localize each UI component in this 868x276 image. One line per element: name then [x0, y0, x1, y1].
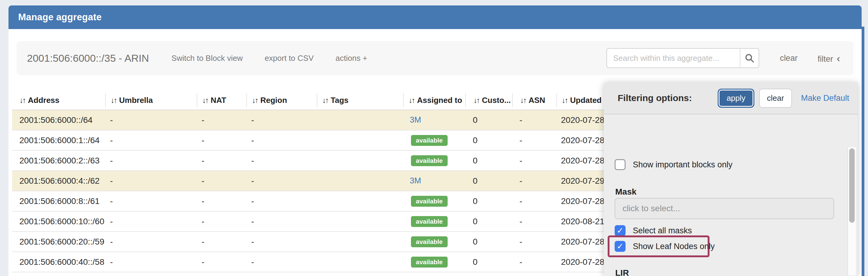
clear-button[interactable]: clear	[759, 89, 792, 108]
umbrella-cell: -	[105, 171, 197, 191]
filter-panel-header: Filtering options: apply clear Make Defa…	[604, 82, 858, 114]
asn-cell: -	[512, 171, 556, 191]
assigned-link[interactable]: 3M	[408, 115, 421, 125]
tags-cell	[317, 232, 403, 251]
sort-icon: ↓↑	[202, 96, 208, 105]
assigned-to-cell: 3M	[403, 171, 465, 191]
region-cell: -	[246, 151, 317, 170]
show-important-blocks-checkbox[interactable]	[615, 159, 625, 170]
umbrella-cell: -	[105, 232, 197, 251]
show-important-blocks-row: Show important blocks only	[615, 159, 733, 170]
region-cell: -	[246, 232, 317, 251]
nat-cell: -	[197, 191, 246, 211]
sort-icon: ↓↑	[252, 96, 258, 105]
customers-cell: 0	[465, 110, 512, 130]
umbrella-cell: -	[105, 252, 197, 272]
address-cell: 2001:506:6000:1::/64	[12, 131, 105, 150]
lir-section-label: LIR	[615, 268, 629, 276]
customers-cell: 0	[465, 232, 512, 251]
nat-cell: -	[197, 151, 246, 170]
filtering-options-panel: Filtering options: apply clear Make Defa…	[604, 82, 858, 276]
column-header-region[interactable]: ↓↑Region	[246, 93, 317, 107]
available-badge: available	[411, 135, 447, 146]
assigned-to-cell: available	[403, 151, 465, 170]
address-cell: 2001:506:6000:4::/62	[12, 171, 105, 191]
tags-cell	[317, 171, 403, 191]
customers-cell: 0	[465, 131, 512, 150]
assigned-to-cell: available	[403, 191, 465, 211]
available-badge: available	[411, 236, 447, 247]
region-cell: -	[246, 211, 317, 231]
region-cell: -	[246, 110, 317, 130]
assigned-link[interactable]: 3M	[408, 176, 421, 185]
sort-icon: ↓↑	[111, 96, 116, 105]
select-all-masks-checkbox[interactable]: ✓	[615, 225, 625, 236]
asn-cell: -	[512, 110, 556, 130]
show-leaf-nodes-row: ✓ Show Leaf Nodes only	[615, 241, 715, 252]
column-header-assigned-to[interactable]: ↓↑Assigned to	[403, 93, 465, 107]
mask-section-label: Mask	[615, 187, 637, 197]
assigned-to-cell: 3M	[403, 110, 465, 130]
column-header-address[interactable]: ↓↑Address	[12, 93, 105, 107]
page-title: Manage aggregate	[18, 12, 101, 23]
address-cell: 2001:506:6000::/64	[12, 110, 105, 130]
window-titlebar: Manage aggregate	[8, 5, 862, 29]
sort-icon: ↓↑	[322, 96, 328, 105]
nat-cell: -	[197, 252, 246, 272]
apply-button[interactable]: apply	[718, 89, 754, 108]
show-leaf-nodes-label: Show Leaf Nodes only	[633, 242, 715, 251]
filter-toggle-link[interactable]: filter‹	[818, 53, 840, 64]
panel-scrollbar-thumb[interactable]	[849, 148, 855, 223]
region-cell: -	[246, 191, 317, 211]
panel-scrollbar[interactable]	[847, 147, 856, 275]
column-header-tags[interactable]: ↓↑Tags	[317, 93, 403, 107]
select-all-masks-row: ✓ Select all masks	[615, 225, 692, 236]
switch-to-block-view-link[interactable]: Switch to Block view	[172, 54, 243, 63]
tags-cell	[317, 211, 403, 231]
assigned-to-cell: available	[403, 232, 465, 251]
sort-icon: ↓↑	[408, 96, 414, 105]
asn-cell: -	[512, 211, 556, 231]
region-cell: -	[246, 171, 317, 191]
assigned-to-cell: available	[403, 252, 465, 272]
umbrella-cell: -	[105, 211, 197, 231]
tags-cell	[317, 191, 403, 211]
tags-cell	[317, 110, 403, 130]
filter-panel-title: Filtering options:	[618, 93, 718, 103]
column-header-umbrella[interactable]: ↓↑Umbrella	[105, 93, 197, 107]
asn-cell: -	[512, 191, 556, 211]
umbrella-cell: -	[105, 151, 197, 170]
asn-cell: -	[512, 232, 556, 251]
show-important-blocks-label: Show important blocks only	[633, 160, 733, 170]
asn-cell: -	[512, 131, 556, 150]
select-all-masks-label: Select all masks	[633, 226, 692, 236]
show-leaf-nodes-checkbox[interactable]: ✓	[615, 241, 625, 252]
column-header-asn[interactable]: ↓↑ASN	[512, 93, 556, 107]
sort-icon: ↓↑	[20, 96, 25, 105]
nat-cell: -	[197, 211, 246, 231]
search-input[interactable]	[607, 48, 740, 68]
sort-icon: ↓↑	[562, 96, 567, 105]
search-group	[607, 48, 759, 68]
asn-cell: -	[512, 252, 556, 272]
address-cell: 2001:506:6000:2::/63	[12, 151, 105, 170]
search-button[interactable]	[740, 48, 759, 68]
export-to-csv-link[interactable]: export to CSV	[265, 54, 314, 63]
make-default-link[interactable]: Make Default	[801, 94, 849, 103]
address-cell: 2001:506:6000:10::/60	[12, 211, 105, 231]
mask-select-placeholder: click to select...	[622, 204, 680, 213]
available-badge: available	[411, 216, 447, 227]
tags-cell	[317, 131, 403, 150]
customers-cell: 0	[465, 252, 512, 272]
aggregate-toolbar: 2001:506:6000::/35 - ARIN Switch to Bloc…	[17, 41, 854, 75]
customers-cell: 0	[465, 191, 512, 211]
filter-panel-body: Show important blocks only Mask click to…	[604, 114, 858, 275]
column-header-nat[interactable]: ↓↑NAT	[197, 93, 246, 107]
mask-select[interactable]: click to select...	[615, 198, 834, 219]
region-cell: -	[246, 131, 317, 150]
window-edge-accent	[862, 27, 864, 276]
clear-search-link[interactable]: clear	[780, 54, 798, 63]
actions-menu[interactable]: actions +	[336, 54, 367, 63]
column-header-custo-[interactable]: ↓↑Custo...	[465, 93, 512, 107]
address-cell: 2001:506:6000:40::/58	[12, 252, 105, 272]
